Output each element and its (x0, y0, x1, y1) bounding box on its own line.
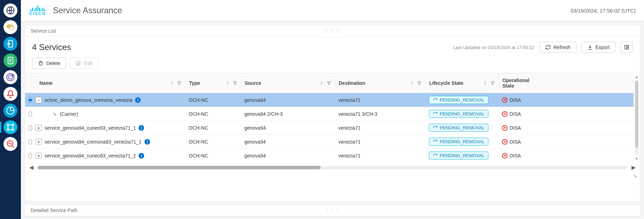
service-name[interactable]: service_genova94_cremona83_venezia71_1 (45, 139, 142, 145)
filter-icon[interactable] (177, 81, 182, 86)
export-icon (587, 44, 593, 50)
expand-panel-button[interactable] (620, 42, 633, 53)
delete-button[interactable]: Delete (32, 58, 66, 69)
cell-destination: venezia71 (335, 122, 425, 133)
cell-destination: venezia71 3/CH-3 (335, 108, 425, 120)
cell-operational: ✕DISA (498, 136, 540, 147)
header-timestamp: 03/19/2024, 17:56:02 (UTC) (571, 8, 636, 14)
col-type[interactable]: Type (185, 76, 241, 90)
sidebar-icon-globe[interactable] (3, 3, 17, 17)
cell-source: genova94 (241, 150, 335, 161)
edit-button[interactable]: Edit (70, 58, 98, 69)
service-name[interactable]: service_genova94_cuneo93_venezia71_1 (45, 125, 136, 131)
filter-icon[interactable] (233, 81, 237, 86)
sidebar-icon-chart[interactable] (3, 104, 17, 117)
sidebar-icon-inspect[interactable] (3, 137, 17, 151)
cell-name: +service_genova94_cremona83_venezia71_1i (36, 136, 185, 148)
sort-icon[interactable] (226, 81, 230, 86)
app-sidebar: + + (0, 0, 21, 219)
collapse-button[interactable]: − (36, 97, 42, 103)
table-row[interactable]: +service_genova94_cremona83_venezia71_1i… (25, 135, 640, 149)
col-operational[interactable]: Operational State (498, 73, 540, 93)
info-icon[interactable]: i (135, 97, 141, 103)
vscroll-thumb[interactable] (635, 81, 638, 148)
svg-point-11 (12, 124, 14, 126)
scroll-up-icon[interactable]: ▲ (635, 74, 639, 79)
drag-handle-icon[interactable]: ⋮⋮⋮ (324, 28, 341, 34)
cell-type: OCH-NC (185, 95, 241, 106)
service-top-right: Last Updated on 03/19/2024 at 17:55:22 R… (453, 42, 633, 53)
scroll-left-icon[interactable]: ◀ (28, 164, 35, 171)
resize-icon[interactable]: ↘ (633, 173, 637, 178)
table-row[interactable]: −ochnc_demo_genova_cremona_veneziaiOCH-N… (25, 93, 640, 107)
service-name[interactable]: ochnc_demo_genova_cremona_venezia (45, 97, 132, 103)
sidebar-icon-pills[interactable]: + (3, 20, 17, 34)
filter-icon[interactable] (490, 81, 495, 86)
service-name[interactable]: (Carrier) (60, 111, 78, 117)
sort-icon[interactable] (170, 81, 175, 86)
table-row[interactable]: +service_genova94_cuneo93_venezia71_1iOC… (25, 121, 640, 135)
info-icon[interactable]: i (144, 139, 150, 145)
action-bar: Delete Edit (25, 58, 640, 73)
sidebar-icon-doc[interactable] (3, 54, 17, 67)
sidebar-icon-alarm[interactable] (3, 87, 17, 101)
export-button[interactable]: Export (581, 42, 615, 53)
expand-button[interactable]: + (36, 125, 42, 131)
sort-icon[interactable] (320, 81, 324, 86)
table-body: −ochnc_demo_genova_cremona_veneziaiOCH-N… (25, 93, 640, 163)
detail-panel-title: Detailed Service Path (31, 208, 78, 213)
sort-icon[interactable] (483, 81, 488, 86)
hscroll-thumb[interactable] (38, 166, 321, 169)
app-header: CISCO Service Assurance 03/19/2024, 17:5… (21, 0, 644, 21)
drag-handle-icon[interactable]: ⋮⋮⋮ (324, 208, 341, 213)
scroll-right-icon[interactable]: ▶ (630, 164, 637, 171)
vertical-scrollbar[interactable]: ▲ ▼ (634, 73, 640, 163)
cell-lifecycle: PENDING_REMOVAL (425, 121, 498, 135)
service-list-header: Service List ⋮⋮⋮ (25, 25, 640, 37)
info-icon[interactable]: i (139, 153, 144, 159)
sort-icon[interactable] (410, 81, 415, 86)
service-list-title: Service List (31, 28, 56, 34)
col-source[interactable]: Source (241, 76, 335, 90)
service-table: Name Type (25, 73, 640, 163)
service-list-panel: Service List ⋮⋮⋮ 4 Services Last Updated… (25, 25, 640, 201)
cell-destination: venezia71 (335, 150, 425, 161)
cell-type: OCH-NC (185, 136, 241, 147)
info-icon[interactable]: i (139, 125, 144, 131)
filter-icon[interactable] (417, 81, 422, 86)
horizontal-scrollbar[interactable]: ◀ ▶ (25, 163, 640, 173)
filter-icon[interactable] (327, 81, 331, 86)
cisco-logo: CISCO (29, 5, 46, 16)
cell-lifecycle: PENDING_REMOVAL (425, 135, 498, 148)
error-icon: ✕ (502, 139, 508, 145)
cell-operational: ✕DISA (498, 95, 540, 106)
table-header: Name Type (25, 73, 640, 93)
table-row[interactable]: ↳(Carrier)OCH-NCgenova94 2/CH-3venezia71… (25, 107, 640, 121)
row-radio[interactable] (29, 111, 32, 117)
error-icon: ✕ (502, 97, 508, 103)
expand-button[interactable]: + (36, 153, 42, 159)
header-left: CISCO Service Assurance (29, 5, 122, 16)
col-lifecycle[interactable]: Lifecycle State (425, 76, 498, 90)
cell-lifecycle: PENDING_REMOVAL (425, 149, 498, 162)
col-name[interactable]: Name (36, 76, 185, 90)
row-radio[interactable] (29, 97, 32, 103)
refresh-button[interactable]: Refresh (539, 42, 576, 53)
row-radio[interactable] (29, 139, 32, 145)
scroll-down-icon[interactable]: ▼ (635, 156, 639, 161)
sidebar-icon-auth[interactable] (3, 37, 17, 51)
row-radio[interactable] (29, 125, 32, 131)
lifecycle-badge: PENDING_REMOVAL (429, 110, 488, 118)
col-destination[interactable]: Destination (335, 76, 425, 90)
expand-button[interactable]: + (36, 139, 42, 145)
table-row[interactable]: +service_genova94_cuneo93_venezia71_2iOC… (25, 149, 640, 163)
service-name[interactable]: service_genova94_cuneo93_venezia71_2 (45, 153, 136, 159)
cell-name: +service_genova94_cuneo93_venezia71_1i (36, 122, 185, 134)
cell-type: OCH-NC (185, 108, 241, 120)
row-radio[interactable] (29, 153, 32, 159)
sidebar-icon-layers[interactable]: + (3, 70, 17, 84)
cell-type: OCH-NC (185, 122, 241, 133)
resize-handle[interactable]: ↘ (25, 173, 640, 178)
edit-icon (76, 60, 81, 66)
sidebar-icon-topology[interactable] (3, 120, 17, 134)
